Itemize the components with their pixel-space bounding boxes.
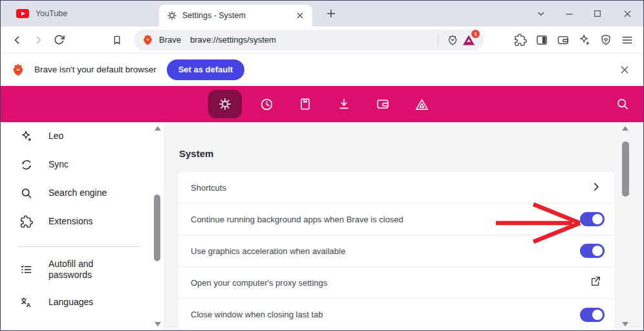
window-minimize-button[interactable] (559, 1, 579, 27)
toggle-knob (592, 310, 603, 320)
settings-sidebar: Leo Sync Search engine (1, 122, 164, 330)
row-graphics-acceleration: Use graphics acceleration when available (178, 235, 615, 267)
rewards-triangle-icon[interactable] (407, 90, 436, 118)
tab-youtube[interactable]: YouTube (7, 1, 153, 27)
sidebar-item-sync[interactable]: Sync (1, 151, 164, 179)
settings-search-icon[interactable] (614, 95, 632, 113)
sidebar-divider (17, 246, 140, 247)
leo-ai-icon[interactable] (576, 32, 593, 48)
scrollbar-thumb[interactable] (154, 195, 160, 261)
row-label: Shortcuts (191, 183, 589, 193)
bookmarks-icon[interactable] (291, 90, 319, 118)
chevron-right-icon (589, 180, 605, 195)
tab-settings[interactable]: Settings - System (159, 5, 312, 27)
sidebar-item-downloads[interactable]: Downloads (1, 322, 164, 330)
graphics-acceleration-toggle[interactable] (580, 244, 605, 258)
scroll-up-arrow-icon[interactable] (622, 126, 628, 131)
toggle-knob (592, 214, 603, 224)
rewards-badge: 1 (471, 30, 480, 38)
main-scrollbar[interactable] (621, 123, 630, 329)
sidebar-label: Leo (48, 131, 63, 142)
address-bar[interactable]: Brave brave://settings/system 1 (134, 30, 484, 50)
sidebar-label: Languages (48, 297, 93, 308)
toggle-knob (592, 246, 603, 256)
wallet-icon[interactable] (555, 32, 572, 48)
menu-hamburger-icon[interactable] (619, 32, 636, 48)
leo-sparkle-icon (20, 130, 33, 143)
sidebar-label: Search engine (48, 187, 107, 199)
toolbar-right-icons (512, 32, 636, 48)
background-apps-toggle[interactable] (580, 212, 605, 226)
sidebar-item-search-engine[interactable]: Search engine (1, 179, 164, 208)
translate-icon: A (20, 296, 33, 309)
sidebar-label: Autofill and passwords (48, 259, 130, 281)
address-url: brave://settings/system (190, 35, 431, 45)
settings-content: Leo Sync Search engine (1, 122, 643, 330)
tab-strip: YouTube Settings - System (1, 1, 643, 27)
address-separator (438, 35, 438, 45)
reload-button[interactable] (50, 31, 68, 49)
rewards-bat-icon[interactable]: 1 (460, 32, 477, 48)
gear-favicon-icon (167, 10, 177, 21)
scroll-down-arrow-icon[interactable] (155, 322, 161, 326)
shields-icon[interactable] (445, 32, 460, 48)
set-as-default-button[interactable]: Set as default (167, 59, 245, 80)
row-label: Use graphics acceleration when available (191, 246, 580, 256)
window-close-button[interactable] (617, 1, 637, 27)
tab-close-icon[interactable] (294, 10, 306, 21)
page-title: System (179, 148, 643, 159)
row-shortcuts[interactable]: Shortcuts (178, 172, 615, 204)
bookmark-icon[interactable] (108, 31, 126, 49)
row-close-window-last-tab: Close window when closing last tab (178, 299, 615, 330)
svg-text:A: A (27, 301, 31, 308)
settings-header-band (1, 86, 643, 122)
history-icon[interactable] (252, 90, 281, 118)
scroll-down-arrow-icon[interactable] (622, 322, 628, 326)
tab-youtube-label: YouTube (36, 9, 67, 18)
download-icon (20, 330, 33, 330)
close-last-tab-toggle[interactable] (580, 308, 605, 322)
puzzle-icon (20, 215, 33, 228)
back-button[interactable] (8, 31, 27, 49)
new-tab-button[interactable] (324, 6, 338, 21)
autofill-list-icon (20, 263, 33, 276)
infobar-close-icon[interactable] (616, 61, 633, 78)
scrollbar-thumb[interactable] (622, 142, 629, 197)
settings-gear-icon[interactable] (208, 90, 242, 118)
browser-window: YouTube Settings - System (0, 0, 644, 331)
brave-lion-icon (11, 63, 25, 77)
row-label: Close window when closing last tab (191, 310, 580, 319)
sidebar-scrollbar[interactable] (153, 123, 162, 329)
infobar-message: Brave isn't your default browser (34, 65, 156, 74)
brave-lion-icon (142, 34, 154, 46)
system-settings-card: Shortcuts Continue running background ap… (178, 172, 615, 330)
sidebar-item-autofill[interactable]: Autofill and passwords (1, 251, 164, 288)
sidebar-label: Extensions (48, 216, 92, 228)
vpn-shield-icon[interactable] (597, 32, 614, 48)
row-background-apps: Continue running background apps when Br… (178, 204, 615, 235)
search-icon (20, 187, 33, 200)
wallet-icon[interactable] (369, 90, 397, 118)
window-maximize-button[interactable] (588, 1, 607, 27)
extensions-icon[interactable] (512, 32, 529, 48)
address-brand-label: Brave (159, 35, 181, 45)
row-label: Continue running background apps when Br… (191, 215, 580, 224)
settings-main-pane: System Shortcuts Continue running backgr… (164, 122, 643, 330)
row-label: Open your computer's proxy settings (191, 278, 589, 288)
tab-settings-label: Settings - System (182, 11, 289, 20)
default-browser-infobar: Brave isn't your default browser Set as … (1, 54, 643, 86)
scroll-up-arrow-icon[interactable] (155, 126, 161, 131)
sidebar-panel-icon[interactable] (533, 32, 550, 48)
sidebar-item-languages[interactable]: A Languages (1, 288, 164, 317)
sidebar-label: Sync (48, 159, 69, 171)
navigation-toolbar: Brave brave://settings/system 1 (1, 27, 643, 54)
sync-icon (20, 158, 33, 171)
youtube-favicon-icon (16, 9, 29, 18)
sidebar-item-extensions[interactable]: Extensions (1, 208, 164, 236)
forward-button[interactable] (29, 31, 47, 49)
row-proxy-settings[interactable]: Open your computer's proxy settings (178, 267, 615, 299)
external-link-icon (589, 275, 605, 290)
downloads-icon[interactable] (330, 90, 358, 118)
sidebar-item-leo[interactable]: Leo (1, 122, 164, 151)
tab-search-chevron-icon[interactable] (531, 1, 550, 27)
